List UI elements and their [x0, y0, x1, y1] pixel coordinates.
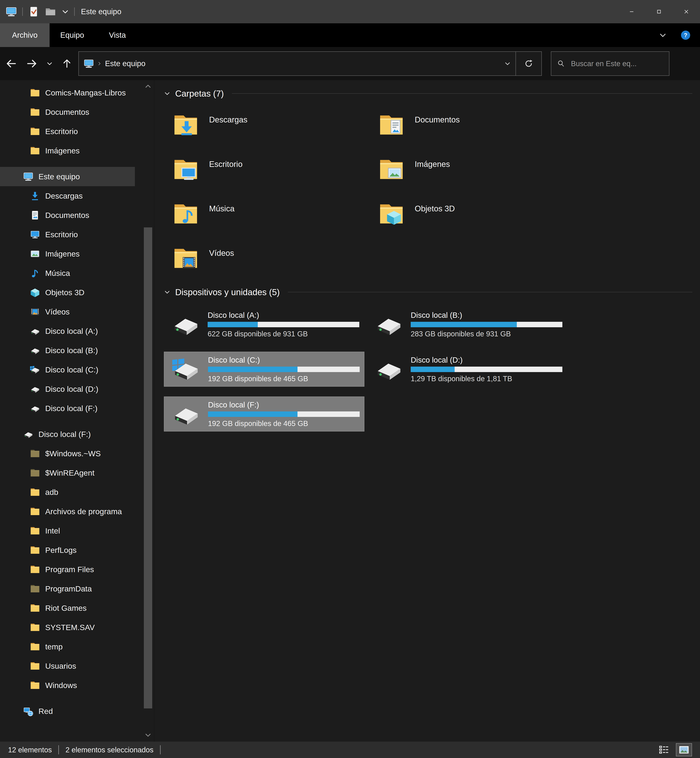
sidebar-item-riot-games[interactable]: Riot Games — [0, 598, 135, 618]
maximize-button[interactable] — [645, 0, 673, 23]
folder-tile-escritorio[interactable]: Escritorio — [164, 153, 366, 188]
folder-music-tile-icon — [172, 197, 200, 231]
sidebar-item-perflogs[interactable]: PerfLogs — [0, 540, 135, 560]
folder-tile-documentos[interactable]: Documentos — [369, 108, 572, 143]
sidebar-item-adb[interactable]: adb — [0, 482, 135, 502]
pictures-icon — [30, 248, 40, 259]
recent-locations-button[interactable] — [46, 60, 53, 67]
thumbnails-view-icon — [679, 746, 689, 754]
scrollbar-thumb[interactable] — [144, 228, 152, 708]
up-button[interactable] — [62, 58, 72, 69]
sidebar-item-archivos-de-programa[interactable]: Archivos de programa — [0, 502, 135, 521]
documents-icon — [30, 210, 40, 220]
sidebar-item-label: Archivos de programa — [45, 507, 122, 516]
scroll-down-icon[interactable] — [144, 731, 152, 739]
search-box[interactable] — [551, 51, 669, 76]
sidebar-item-este-equipo[interactable]: Este equipo — [0, 167, 135, 186]
folders-grid: DescargasDocumentosEscritorioImágenesMús… — [164, 108, 585, 286]
sidebar-item-system-sav[interactable]: SYSTEM.SAV — [0, 618, 135, 637]
sidebar-item-temp[interactable]: temp — [0, 637, 135, 656]
sidebar-item-usuarios[interactable]: Usuarios — [0, 656, 135, 675]
drive-icon — [373, 356, 404, 382]
sidebar-item-im-genes[interactable]: Imágenes — [0, 244, 135, 264]
folder-tile-v-deos[interactable]: Vídeos — [164, 242, 366, 277]
details-view-button[interactable] — [656, 743, 672, 756]
status-bar: 12 elementos 2 elementos seleccionados — [0, 742, 700, 758]
drive-name: Disco local (F:) — [208, 401, 360, 409]
sidebar-item-comics-mangas-libros[interactable]: Comics-Mangas-Libros — [0, 83, 135, 102]
properties-button[interactable] — [28, 6, 39, 17]
address-bar[interactable]: Este equipo — [78, 51, 516, 76]
folder-tile-m-sica[interactable]: Música — [164, 197, 366, 232]
sidebar-item-red[interactable]: Red — [0, 702, 135, 721]
sidebar-item-label: Disco local (B:) — [45, 346, 98, 355]
folder-icon — [30, 526, 40, 536]
sidebar-item-label: Comics-Mangas-Libros — [45, 88, 126, 97]
content-area: Comics-Mangas-LibrosDocumentosEscritorio… — [0, 80, 700, 742]
tab-vista[interactable]: Vista — [95, 23, 140, 47]
drive-icon — [30, 403, 40, 413]
sidebar-item-documentos[interactable]: Documentos — [0, 102, 135, 122]
breadcrumb[interactable]: Este equipo — [105, 59, 145, 68]
sidebar-item-intel[interactable]: Intel — [0, 521, 135, 540]
sidebar-item-label: Objetos 3D — [45, 288, 84, 297]
sidebar-item-label: Disco local (F:) — [45, 404, 97, 413]
sidebar-item--winreagent[interactable]: $WinREAgent — [0, 463, 135, 482]
folder-tile-im-genes[interactable]: Imágenes — [369, 153, 572, 188]
sidebar-item-disco-local-f-[interactable]: Disco local (F:) — [0, 424, 135, 444]
sidebar-item-programdata[interactable]: ProgramData — [0, 579, 135, 598]
sidebar-item-disco-local-b-[interactable]: Disco local (B:) — [0, 341, 135, 360]
close-button[interactable] — [673, 0, 700, 23]
folder-desktop-tile-icon — [172, 153, 200, 186]
forward-button[interactable] — [26, 58, 38, 69]
thumbnails-view-button[interactable] — [676, 743, 692, 756]
sidebar-item-objetos-3d[interactable]: Objetos 3D — [0, 283, 135, 302]
folder-videos-tile-icon — [172, 242, 200, 275]
address-dropdown-chevron-icon[interactable] — [504, 60, 511, 67]
sidebar-item-descargas[interactable]: Descargas — [0, 186, 135, 206]
drive-name: Disco local (C:) — [208, 356, 360, 364]
new-folder-button[interactable] — [45, 6, 56, 17]
sidebar-item-label: $WinREAgent — [45, 468, 94, 477]
sidebar-item-escritorio[interactable]: Escritorio — [0, 122, 135, 141]
sidebar-item-program-files[interactable]: Program Files — [0, 560, 135, 579]
sidebar-item-disco-local-d-[interactable]: Disco local (D:) — [0, 379, 135, 399]
collapse-section-icon[interactable] — [164, 289, 170, 295]
sidebar-scrollbar[interactable] — [144, 80, 152, 742]
drive-tile-disco-local-b-[interactable]: Disco local (B:)283 GB disponibles de 93… — [367, 307, 567, 342]
collapse-section-icon[interactable] — [164, 90, 170, 97]
folder-tile-label: Imágenes — [415, 160, 450, 188]
sidebar-item--windows-ws[interactable]: $Windows.~WS — [0, 444, 135, 463]
back-button[interactable] — [5, 58, 17, 69]
drive-tile-disco-local-d-[interactable]: Disco local (D:)1,29 TB disponibles de 1… — [367, 352, 567, 387]
sidebar-item-documentos[interactable]: Documentos — [0, 206, 135, 225]
scroll-up-icon[interactable] — [144, 83, 152, 90]
search-input[interactable] — [570, 59, 664, 68]
drive-tile-disco-local-a-[interactable]: Disco local (A:)622 GB disponibles de 93… — [164, 307, 364, 342]
sidebar-item-disco-local-f-[interactable]: Disco local (F:) — [0, 399, 135, 418]
drive-tile-disco-local-c-[interactable]: Disco local (C:)192 GB disponibles de 46… — [164, 352, 364, 387]
sidebar-item-escritorio[interactable]: Escritorio — [0, 225, 135, 244]
downloads-icon — [30, 190, 40, 201]
folder-tile-objetos-3d[interactable]: Objetos 3D — [369, 197, 572, 232]
sidebar-item-windows[interactable]: Windows — [0, 675, 135, 695]
sidebar-item-disco-local-a-[interactable]: Disco local (A:) — [0, 321, 135, 341]
drive-tile-disco-local-f-[interactable]: Disco local (F:)192 GB disponibles de 46… — [164, 396, 364, 432]
music-icon — [30, 268, 40, 278]
tab-archivo[interactable]: Archivo — [0, 23, 50, 47]
help-icon[interactable]: ? — [680, 30, 691, 41]
sidebar-item-v-deos[interactable]: Vídeos — [0, 302, 135, 321]
sidebar-item-label: ProgramData — [45, 584, 92, 593]
refresh-button[interactable] — [516, 51, 542, 76]
sidebar-item-disco-local-c-[interactable]: Disco local (C:) — [0, 360, 135, 379]
this-pc-button[interactable] — [5, 6, 17, 17]
ribbon-expand-chevron-icon[interactable] — [659, 31, 667, 39]
network-icon — [23, 706, 34, 716]
tab-equipo[interactable]: Equipo — [50, 23, 95, 47]
sidebar-item-m-sica[interactable]: Música — [0, 264, 135, 283]
customize-qat-button[interactable] — [61, 8, 69, 16]
sidebar-item-im-genes[interactable]: Imágenes — [0, 141, 135, 161]
sidebar-item-label: $Windows.~WS — [45, 449, 101, 458]
minimize-button[interactable] — [618, 0, 645, 23]
folder-tile-descargas[interactable]: Descargas — [164, 108, 366, 143]
